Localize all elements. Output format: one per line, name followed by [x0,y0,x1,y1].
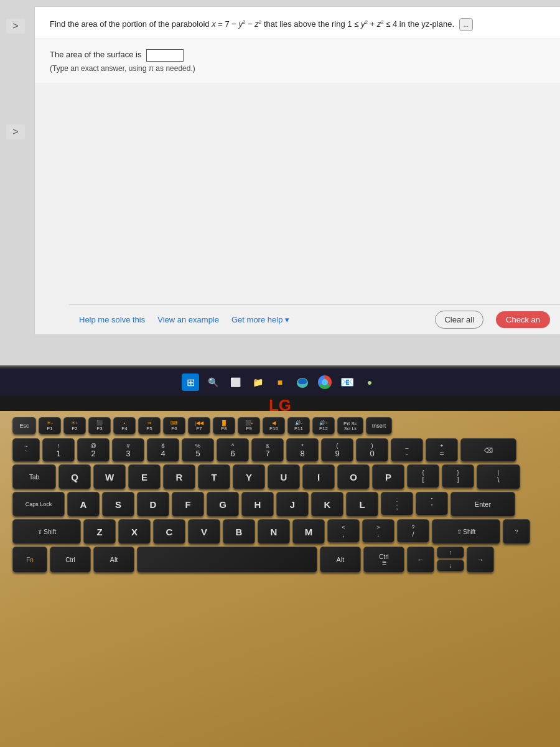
key-n[interactable]: N [258,519,290,544]
key-f2[interactable]: ☀+F2 [63,417,86,435]
key-f10[interactable]: ◀F10 [263,417,285,435]
check-answer-button[interactable]: Check an [496,311,550,328]
app1-icon[interactable]: ■ [271,374,289,391]
key-arrow-left[interactable]: ← [407,547,434,573]
get-more-help-link[interactable]: Get more help ▾ [231,315,289,324]
key-h[interactable]: H [241,492,274,517]
file-explorer-icon[interactable]: 📁 [249,374,266,391]
key-e[interactable]: E [128,464,161,489]
key-backtick[interactable]: ~` [12,438,40,462]
qwerty-row: Tab Q W E R T Y U I O P {[ }] | \ [12,464,548,489]
key-quote[interactable]: "' [416,492,448,515]
key-m[interactable]: M [292,519,325,544]
expand-button[interactable]: ... [459,18,473,31]
key-v[interactable]: V [188,519,220,544]
key-fn-bottom[interactable]: Fn [12,547,47,573]
key-k[interactable]: K [311,492,343,517]
key-space[interactable] [137,547,317,573]
key-c[interactable]: C [153,519,185,544]
key-tab[interactable]: Tab [12,464,56,489]
key-shift-right[interactable]: ⇧ Shift [432,519,500,544]
key-i[interactable]: I [302,464,335,489]
key-p[interactable]: P [372,464,404,489]
key-b[interactable]: B [223,519,255,544]
key-backspace[interactable]: ⌫ [460,438,516,462]
key-alt-right[interactable]: Alt [320,547,361,573]
key-r[interactable]: R [163,464,195,489]
app2-icon[interactable]: ● [361,374,378,391]
key-prtsc[interactable]: Prt ScScr Lk [337,417,363,435]
key-7[interactable]: &7 [251,438,284,462]
key-arrow-right[interactable]: → [467,547,494,573]
key-f8[interactable]: ▐▌F8 [213,417,235,435]
view-example-link[interactable]: View an example [157,315,219,324]
key-arrow-down[interactable]: ↓ [437,560,464,571]
windows-icon[interactable]: ⊞ [182,374,199,391]
question-text: Find the area of the portion of the para… [50,18,545,31]
clear-all-button[interactable]: Clear all [435,311,483,329]
key-lbracket[interactable]: {[ [407,464,439,488]
key-rbracket[interactable]: }] [442,464,474,488]
key-4[interactable]: $4 [147,438,179,462]
key-question[interactable]: ? [503,519,530,544]
key-8[interactable]: *8 [286,438,319,462]
key-equals[interactable]: += [426,438,458,462]
key-f4[interactable]: •F4 [113,417,136,435]
key-f1[interactable]: ☀-F1 [39,417,61,435]
key-semicolon[interactable]: :; [381,492,413,515]
key-3[interactable]: #3 [112,438,144,462]
key-t[interactable]: T [198,464,230,489]
search-icon[interactable]: 🔍 [204,374,222,391]
nav-arrow-top[interactable]: > [6,19,25,34]
key-insert[interactable]: Insert [366,417,392,435]
key-1[interactable]: !1 [42,438,75,462]
key-f6[interactable]: ⌨F6 [163,417,185,435]
key-comma[interactable]: <, [327,519,360,543]
key-f7[interactable]: |◀◀F7 [188,417,210,435]
key-alt-left[interactable]: Alt [93,547,134,573]
key-minus[interactable]: _- [391,438,423,462]
key-period[interactable]: >. [362,519,394,543]
key-f[interactable]: F [172,492,204,517]
key-f12[interactable]: 🔊+F12 [312,417,335,435]
taskview-icon[interactable]: ⬜ [226,374,244,391]
chrome-icon[interactable] [316,374,334,391]
nav-arrow-mid[interactable]: > [6,125,25,139]
key-x[interactable]: X [118,519,151,544]
key-slash[interactable]: ?/ [397,519,429,543]
key-enter[interactable]: Enter [450,492,515,517]
key-6[interactable]: ^6 [217,438,249,462]
key-l[interactable]: L [346,492,378,517]
key-arrow-up[interactable]: ↑ [437,547,464,558]
key-5[interactable]: %5 [182,438,214,462]
key-esc[interactable]: Esc [12,417,36,435]
key-a[interactable]: A [67,492,100,517]
key-w[interactable]: W [93,464,126,489]
key-f3[interactable]: ⬛F3 [88,417,111,435]
key-2[interactable]: @2 [77,438,110,462]
key-0[interactable]: )0 [356,438,388,462]
key-u[interactable]: U [268,464,300,489]
edge-icon[interactable] [294,374,311,391]
answer-input[interactable] [146,49,184,62]
key-y[interactable]: Y [233,464,265,489]
key-ctrl-left[interactable]: Ctrl [50,547,91,573]
key-shift-left[interactable]: ⇧ Shift [12,519,81,544]
key-s[interactable]: S [102,492,134,517]
outlook-icon[interactable]: 📧 [338,374,356,391]
key-backslash[interactable]: | \ [477,464,520,489]
key-f5[interactable]: ⇒F5 [138,417,161,435]
answer-hint: (Type an exact answer, using π as needed… [50,64,545,73]
key-d[interactable]: D [137,492,169,517]
key-o[interactable]: O [337,464,370,489]
key-j[interactable]: J [276,492,309,517]
key-q[interactable]: Q [58,464,91,489]
key-f11[interactable]: 🔊-F11 [287,417,310,435]
key-z[interactable]: Z [83,519,116,544]
key-g[interactable]: G [207,492,239,517]
key-ctrl-right[interactable]: Ctrl☰ [363,547,404,573]
key-caps[interactable]: Caps Lock [12,492,65,517]
key-9[interactable]: (9 [321,438,353,462]
key-f9[interactable]: ⬛•F9 [238,417,260,435]
help-me-solve-link[interactable]: Help me solve this [79,315,145,324]
